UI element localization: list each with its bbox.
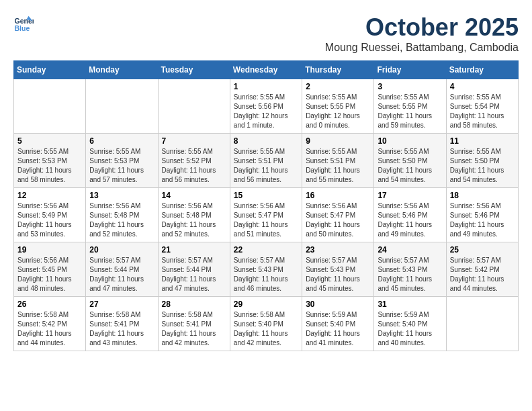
day-number: 27 (89, 300, 154, 309)
calendar-cell: 19Sunrise: 5:56 AM Sunset: 5:45 PM Dayli… (14, 242, 86, 297)
calendar-cell: 6Sunrise: 5:55 AM Sunset: 5:53 PM Daylig… (86, 134, 158, 188)
day-number: 31 (378, 300, 442, 309)
calendar-cell: 12Sunrise: 5:56 AM Sunset: 5:49 PM Dayli… (14, 188, 86, 242)
calendar-cell: 4Sunrise: 5:55 AM Sunset: 5:54 PM Daylig… (446, 79, 518, 134)
day-info: Sunrise: 5:55 AM Sunset: 5:50 PM Dayligh… (450, 147, 515, 185)
day-number: 22 (234, 245, 298, 255)
day-number: 28 (162, 300, 226, 309)
day-number: 12 (17, 191, 82, 200)
day-number: 4 (450, 82, 515, 91)
day-number: 23 (306, 245, 370, 255)
calendar-cell: 28Sunrise: 5:58 AM Sunset: 5:41 PM Dayli… (158, 297, 230, 351)
day-info: Sunrise: 5:55 AM Sunset: 5:51 PM Dayligh… (234, 147, 298, 185)
calendar-cell: 7Sunrise: 5:55 AM Sunset: 5:52 PM Daylig… (158, 134, 230, 188)
day-number: 19 (17, 245, 82, 255)
calendar-cell: 20Sunrise: 5:57 AM Sunset: 5:44 PM Dayli… (86, 242, 158, 297)
weekday-header-tuesday: Tuesday (158, 61, 230, 79)
day-info: Sunrise: 5:56 AM Sunset: 5:47 PM Dayligh… (306, 201, 370, 239)
calendar-cell: 13Sunrise: 5:56 AM Sunset: 5:48 PM Dayli… (86, 188, 158, 242)
day-info: Sunrise: 5:55 AM Sunset: 5:50 PM Dayligh… (378, 147, 442, 185)
calendar-cell: 1Sunrise: 5:55 AM Sunset: 5:56 PM Daylig… (230, 79, 302, 134)
calendar-cell: 21Sunrise: 5:57 AM Sunset: 5:44 PM Dayli… (158, 242, 230, 297)
calendar-cell: 22Sunrise: 5:57 AM Sunset: 5:43 PM Dayli… (230, 242, 302, 297)
day-info: Sunrise: 5:57 AM Sunset: 5:44 PM Dayligh… (162, 256, 226, 293)
day-info: Sunrise: 5:55 AM Sunset: 5:53 PM Dayligh… (89, 147, 154, 185)
weekday-header-wednesday: Wednesday (230, 61, 302, 79)
day-number: 6 (89, 136, 154, 146)
calendar-cell: 16Sunrise: 5:56 AM Sunset: 5:47 PM Dayli… (302, 188, 374, 242)
calendar-cell: 17Sunrise: 5:56 AM Sunset: 5:46 PM Dayli… (374, 188, 446, 242)
day-info: Sunrise: 5:55 AM Sunset: 5:53 PM Dayligh… (17, 147, 82, 185)
location-title: Moung Ruessei, Battambang, Cambodia (325, 42, 519, 54)
day-info: Sunrise: 5:59 AM Sunset: 5:40 PM Dayligh… (306, 310, 370, 348)
calendar-cell: 30Sunrise: 5:59 AM Sunset: 5:40 PM Dayli… (302, 297, 374, 351)
title-area: October 2025 Moung Ruessei, Battambang, … (325, 13, 519, 54)
calendar-cell: 9Sunrise: 5:55 AM Sunset: 5:51 PM Daylig… (302, 134, 374, 188)
calendar-cell: 5Sunrise: 5:55 AM Sunset: 5:53 PM Daylig… (14, 134, 86, 188)
day-number: 7 (162, 136, 226, 146)
logo-icon: General Blue (13, 13, 34, 34)
day-info: Sunrise: 5:58 AM Sunset: 5:42 PM Dayligh… (17, 310, 82, 348)
day-number: 25 (450, 245, 515, 255)
calendar-cell: 2Sunrise: 5:55 AM Sunset: 5:55 PM Daylig… (302, 79, 374, 134)
day-number: 1 (234, 82, 298, 91)
day-number: 2 (306, 82, 370, 91)
day-number: 15 (234, 191, 298, 200)
calendar-cell: 14Sunrise: 5:56 AM Sunset: 5:48 PM Dayli… (158, 188, 230, 242)
day-number: 14 (162, 191, 226, 200)
calendar-cell: 27Sunrise: 5:58 AM Sunset: 5:41 PM Dayli… (86, 297, 158, 351)
day-info: Sunrise: 5:57 AM Sunset: 5:43 PM Dayligh… (306, 256, 370, 293)
day-number: 26 (17, 300, 82, 309)
day-number: 17 (378, 191, 442, 200)
day-number: 24 (378, 245, 442, 255)
calendar-cell (86, 79, 158, 134)
calendar-cell (446, 297, 518, 351)
day-number: 11 (450, 136, 515, 146)
day-info: Sunrise: 5:56 AM Sunset: 5:48 PM Dayligh… (162, 201, 226, 239)
calendar-cell: 8Sunrise: 5:55 AM Sunset: 5:51 PM Daylig… (230, 134, 302, 188)
week-row-5: 26Sunrise: 5:58 AM Sunset: 5:42 PM Dayli… (14, 297, 519, 351)
day-info: Sunrise: 5:56 AM Sunset: 5:46 PM Dayligh… (378, 201, 442, 239)
day-info: Sunrise: 5:56 AM Sunset: 5:45 PM Dayligh… (17, 256, 82, 293)
day-number: 30 (306, 300, 370, 309)
day-number: 10 (378, 136, 442, 146)
month-title: October 2025 (325, 13, 519, 42)
day-info: Sunrise: 5:57 AM Sunset: 5:44 PM Dayligh… (89, 256, 154, 293)
calendar-cell (158, 79, 230, 134)
calendar-cell: 3Sunrise: 5:55 AM Sunset: 5:55 PM Daylig… (374, 79, 446, 134)
day-info: Sunrise: 5:56 AM Sunset: 5:49 PM Dayligh… (17, 201, 82, 239)
weekday-header-sunday: Sunday (14, 61, 86, 79)
calendar-cell: 24Sunrise: 5:57 AM Sunset: 5:43 PM Dayli… (374, 242, 446, 297)
calendar-cell: 11Sunrise: 5:55 AM Sunset: 5:50 PM Dayli… (446, 134, 518, 188)
week-row-4: 19Sunrise: 5:56 AM Sunset: 5:45 PM Dayli… (14, 242, 519, 297)
calendar-cell (14, 79, 86, 134)
weekday-header-monday: Monday (86, 61, 158, 79)
weekday-header-saturday: Saturday (446, 61, 518, 79)
week-row-1: 1Sunrise: 5:55 AM Sunset: 5:56 PM Daylig… (14, 79, 519, 134)
day-info: Sunrise: 5:58 AM Sunset: 5:41 PM Dayligh… (89, 310, 154, 348)
calendar-cell: 29Sunrise: 5:58 AM Sunset: 5:40 PM Dayli… (230, 297, 302, 351)
day-number: 8 (234, 136, 298, 146)
day-number: 20 (89, 245, 154, 255)
day-info: Sunrise: 5:55 AM Sunset: 5:51 PM Dayligh… (306, 147, 370, 185)
day-info: Sunrise: 5:55 AM Sunset: 5:55 PM Dayligh… (306, 93, 370, 130)
day-info: Sunrise: 5:57 AM Sunset: 5:42 PM Dayligh… (450, 256, 515, 293)
weekday-header-friday: Friday (374, 61, 446, 79)
day-number: 5 (17, 136, 82, 146)
calendar-cell: 25Sunrise: 5:57 AM Sunset: 5:42 PM Dayli… (446, 242, 518, 297)
logo: General Blue (13, 13, 34, 34)
week-row-2: 5Sunrise: 5:55 AM Sunset: 5:53 PM Daylig… (14, 134, 519, 188)
day-number: 18 (450, 191, 515, 200)
day-info: Sunrise: 5:56 AM Sunset: 5:48 PM Dayligh… (89, 201, 154, 239)
day-info: Sunrise: 5:58 AM Sunset: 5:40 PM Dayligh… (234, 310, 298, 348)
calendar-cell: 31Sunrise: 5:59 AM Sunset: 5:40 PM Dayli… (374, 297, 446, 351)
day-info: Sunrise: 5:55 AM Sunset: 5:54 PM Dayligh… (450, 93, 515, 130)
calendar-cell: 15Sunrise: 5:56 AM Sunset: 5:47 PM Dayli… (230, 188, 302, 242)
weekday-header-thursday: Thursday (302, 61, 374, 79)
day-number: 29 (234, 300, 298, 309)
weekday-header-row: SundayMondayTuesdayWednesdayThursdayFrid… (14, 61, 519, 79)
day-number: 13 (89, 191, 154, 200)
day-info: Sunrise: 5:56 AM Sunset: 5:47 PM Dayligh… (234, 201, 298, 239)
day-info: Sunrise: 5:57 AM Sunset: 5:43 PM Dayligh… (234, 256, 298, 293)
day-info: Sunrise: 5:55 AM Sunset: 5:56 PM Dayligh… (234, 93, 298, 130)
